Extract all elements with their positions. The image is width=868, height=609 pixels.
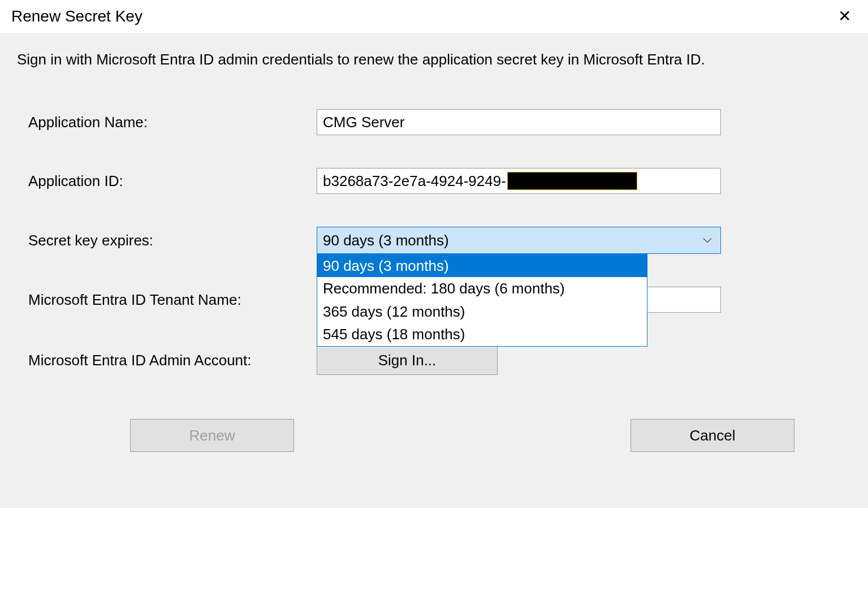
dropdown-list: 90 days (3 months) Recommended: 180 days… — [317, 254, 647, 347]
application-id-label: Application ID: — [28, 172, 317, 190]
application-id-row: Application ID: b3268a73-2e7a-4924-9249- — [17, 168, 851, 194]
dropdown-option-90-days[interactable]: 90 days (3 months) — [317, 254, 647, 277]
close-icon[interactable]: ✕ — [832, 6, 857, 27]
cancel-button[interactable]: Cancel — [631, 419, 794, 452]
dropdown-option-180-days[interactable]: Recommended: 180 days (6 months) — [317, 277, 647, 300]
application-name-label: Application Name: — [28, 114, 317, 131]
admin-account-row: Microsoft Entra ID Admin Account: Sign I… — [17, 345, 851, 375]
redacted-block — [507, 172, 637, 190]
sign-in-button[interactable]: Sign In... — [317, 345, 498, 375]
dropdown-option-545-days[interactable]: 545 days (18 months) — [317, 323, 647, 345]
application-name-field: CMG Server — [317, 109, 721, 135]
dialog-body: Sign in with Microsoft Entra ID admin cr… — [0, 33, 868, 508]
application-id-value: b3268a73-2e7a-4924-9249- — [323, 172, 506, 190]
admin-account-label: Microsoft Entra ID Admin Account: — [28, 352, 317, 369]
secret-key-expires-label: Secret key expires: — [28, 232, 317, 249]
dialog-description: Sign in with Microsoft Entra ID admin cr… — [17, 50, 851, 70]
application-name-row: Application Name: CMG Server — [17, 109, 851, 135]
dialog-button-row: Renew Cancel — [17, 408, 851, 452]
dialog-title: Renew Secret Key — [11, 7, 142, 25]
renew-button[interactable]: Renew — [130, 419, 294, 452]
secret-key-expires-row: Secret key expires: 90 days (3 months) 9… — [17, 227, 851, 254]
title-bar: Renew Secret Key ✕ — [0, 0, 868, 33]
secret-key-expires-dropdown[interactable]: 90 days (3 months) 90 days (3 months) Re… — [317, 227, 721, 254]
dropdown-option-365-days[interactable]: 365 days (12 months) — [317, 300, 647, 323]
application-name-value: CMG Server — [323, 114, 404, 131]
dropdown-selected[interactable]: 90 days (3 months) — [317, 227, 721, 254]
application-id-field: b3268a73-2e7a-4924-9249- — [317, 168, 721, 194]
dropdown-selected-text: 90 days (3 months) — [323, 232, 449, 249]
chevron-down-icon — [703, 235, 712, 247]
tenant-name-label: Microsoft Entra ID Tenant Name: — [28, 291, 317, 309]
